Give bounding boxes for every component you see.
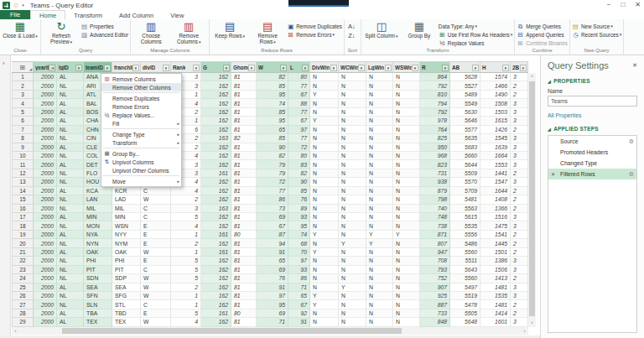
cell[interactable]: 81 — [231, 169, 257, 178]
queries-pane-collapsed[interactable]: › Queries — [0, 55, 11, 335]
cell[interactable]: 5643 — [450, 266, 480, 274]
cell[interactable]: W — [141, 292, 171, 300]
menu-item-transform[interactable]: Transform▸ — [101, 138, 181, 147]
cell[interactable]: 71 — [288, 283, 310, 292]
use-first-row-as-headers-button[interactable]: ⊞Use First Row As Headers▾ — [439, 30, 512, 39]
cell[interactable]: 5570 — [450, 178, 480, 186]
data-type-any-button[interactable]: Data Type: Any▾ — [439, 22, 512, 30]
cell[interactable]: N — [393, 91, 420, 99]
column-header-l[interactable]: L▾ — [288, 61, 310, 73]
cell[interactable]: 764 — [420, 126, 450, 134]
menu-item-move[interactable]: Move▸ — [101, 177, 181, 185]
minimize-button[interactable]: − — [607, 1, 611, 8]
cell[interactable]: C — [141, 213, 171, 221]
cell[interactable]: E — [141, 231, 171, 239]
cell[interactable]: 81 — [231, 108, 257, 117]
cell[interactable]: N — [339, 221, 366, 230]
row-number[interactable]: 1 — [12, 73, 34, 81]
cell[interactable]: PIT — [84, 266, 112, 274]
row-number[interactable]: 22 — [12, 257, 34, 265]
filter-dropdown-icon[interactable]: ▾ — [280, 65, 287, 71]
cell[interactable]: 2000 — [34, 117, 57, 125]
cell[interactable]: N — [393, 292, 420, 300]
cell[interactable]: SDN — [84, 274, 112, 283]
cell[interactable]: 4 — [171, 187, 201, 195]
cell[interactable]: 82 — [257, 73, 288, 81]
cell[interactable]: 76 — [257, 274, 288, 283]
cell[interactable]: AL — [57, 187, 84, 195]
cell[interactable]: N — [366, 221, 393, 230]
cell[interactable]: 2 — [511, 169, 528, 178]
cell[interactable]: 2000 — [34, 178, 57, 186]
cell[interactable]: N — [366, 178, 393, 186]
cell[interactable]: N — [366, 187, 393, 195]
cell[interactable]: Y — [393, 231, 420, 239]
cell[interactable]: 2 — [511, 91, 528, 99]
cell[interactable]: Y — [339, 239, 366, 247]
cell[interactable]: 93 — [288, 266, 310, 274]
cell[interactable]: 1545 — [480, 134, 511, 143]
cell[interactable]: 3 — [511, 318, 528, 326]
cell[interactable]: 97 — [288, 257, 310, 265]
menu-item-remove-other-columns[interactable]: Remove Other Columns — [101, 83, 181, 91]
column-header-yearid[interactable]: yearID↓▾ — [34, 61, 57, 73]
cell[interactable]: 67 — [288, 300, 310, 309]
cell[interactable]: 2000 — [34, 274, 57, 283]
row-number[interactable]: 11 — [12, 160, 34, 169]
cell[interactable]: N — [339, 108, 366, 117]
cell[interactable]: 80 — [288, 152, 310, 160]
cell[interactable]: 733 — [420, 309, 450, 318]
cell[interactable]: AL — [57, 143, 84, 152]
cell[interactable]: WSN — [112, 221, 141, 230]
cell[interactable]: 925 — [420, 292, 450, 300]
cell[interactable]: 85 — [257, 108, 288, 117]
cell[interactable]: 162 — [201, 300, 231, 309]
cell[interactable]: 2000 — [34, 108, 57, 117]
filter-dropdown-icon[interactable]: ▾ — [163, 65, 169, 71]
cell[interactable]: NL — [57, 178, 84, 186]
recent-sources-button[interactable]: ◷Recent Sources▾ — [572, 30, 621, 39]
cell[interactable]: N — [393, 134, 420, 143]
cell[interactable]: N — [339, 143, 366, 152]
expand-queries-icon[interactable]: › — [3, 60, 4, 66]
cell[interactable]: 2000 — [34, 266, 57, 274]
cell[interactable]: 823 — [420, 160, 450, 169]
cell[interactable]: 72 — [257, 178, 288, 186]
column-header-rank[interactable]: Rank▾ — [171, 61, 201, 73]
vertical-scrollbar[interactable]: ˄ ˅ — [528, 73, 536, 327]
cell[interactable]: 81 — [231, 257, 257, 265]
cell[interactable]: N — [366, 292, 393, 300]
cell[interactable]: 94 — [257, 239, 288, 247]
cell[interactable]: N — [393, 81, 420, 90]
cell[interactable]: 77 — [288, 81, 310, 90]
cell[interactable]: Y — [366, 239, 393, 247]
cell[interactable]: 978 — [420, 117, 450, 125]
quick-access-dropdown-icon[interactable]: ▾ — [22, 3, 24, 8]
menu-item-remove-columns[interactable]: ▥Remove Columns — [101, 75, 181, 83]
cell[interactable]: 5 — [171, 274, 201, 283]
column-header-divid[interactable]: divID▾ — [141, 61, 171, 73]
cell[interactable]: KCR — [112, 187, 141, 195]
cell[interactable]: AL — [57, 213, 84, 221]
cell[interactable]: 90 — [288, 178, 310, 186]
cell[interactable]: 88 — [288, 99, 310, 107]
cell[interactable]: N — [393, 205, 420, 213]
cell[interactable]: PIT — [112, 266, 141, 274]
filter-dropdown-icon[interactable]: ▾ — [75, 65, 82, 71]
cell[interactable]: 1475 — [480, 221, 511, 230]
cell[interactable]: N — [366, 169, 393, 178]
sort-desc-button[interactable]: Z↓ — [346, 31, 359, 40]
cell[interactable]: N — [393, 283, 420, 292]
cell[interactable]: NL — [57, 205, 84, 213]
filter-dropdown-icon[interactable]: ▾ — [472, 65, 479, 71]
cell[interactable]: LAD — [112, 195, 141, 204]
cell[interactable]: 825 — [420, 134, 450, 143]
cell[interactable]: 3 — [511, 99, 528, 107]
cell[interactable]: 162 — [201, 91, 231, 99]
cell[interactable]: 5709 — [450, 187, 480, 195]
cell[interactable]: KCA — [84, 187, 112, 195]
cell[interactable]: W — [141, 283, 171, 292]
cell[interactable]: 1516 — [480, 213, 511, 221]
cell[interactable]: 2 — [511, 81, 528, 90]
cell[interactable]: N — [310, 134, 339, 143]
